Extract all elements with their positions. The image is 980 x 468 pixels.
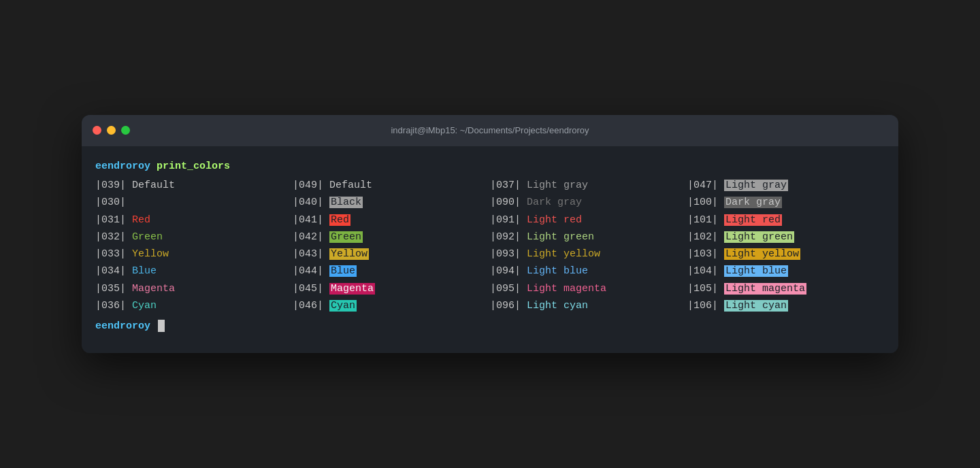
terminal-window: indrajit@iMbp15: ~/Documents/Projects/ee… bbox=[82, 115, 898, 354]
row-034: |034| Blue bbox=[95, 263, 293, 280]
row-041: |041| Red bbox=[293, 212, 490, 229]
titlebar: indrajit@iMbp15: ~/Documents/Projects/ee… bbox=[82, 115, 898, 146]
prompt-name-1: eendroroy bbox=[95, 161, 150, 172]
row-035: |035| Magenta bbox=[95, 280, 293, 297]
prompt-name-2: eendroroy bbox=[95, 320, 150, 332]
prompt-line-1: eendroroy print_colors bbox=[95, 158, 885, 174]
row-106: |106| Light cyan bbox=[687, 297, 885, 314]
row-093: |093| Light yellow bbox=[490, 246, 687, 263]
col3: |037| Light gray |090| Dark gray |091| L… bbox=[490, 177, 687, 314]
traffic-lights bbox=[93, 126, 130, 135]
row-032: |032| Green bbox=[95, 229, 293, 246]
row-101: |101| Light red bbox=[687, 212, 885, 229]
terminal-body[interactable]: eendroroy print_colors |039| Default |03… bbox=[82, 146, 898, 354]
row-104: |104| Light blue bbox=[687, 263, 885, 280]
color-table: |039| Default |030| |031| Red |032| Gree… bbox=[95, 177, 885, 314]
col4: |047| Light gray |100| Dark gray |101| L… bbox=[687, 177, 885, 314]
close-button[interactable] bbox=[93, 126, 101, 135]
row-040: |040| Black bbox=[293, 194, 490, 211]
row-045: |045| Magenta bbox=[293, 280, 490, 297]
prompt-arg-1: print_colors bbox=[157, 161, 230, 172]
row-091: |091| Light red bbox=[490, 212, 687, 229]
row-105: |105| Light magenta bbox=[687, 280, 885, 297]
row-090: |090| Dark gray bbox=[490, 194, 687, 211]
row-100: |100| Dark gray bbox=[687, 194, 885, 211]
row-033: |033| Yellow bbox=[95, 246, 293, 263]
row-037: |037| Light gray bbox=[490, 177, 687, 194]
col1: |039| Default |030| |031| Red |032| Gree… bbox=[95, 177, 293, 314]
minimize-button[interactable] bbox=[107, 126, 116, 135]
row-046: |046| Cyan bbox=[293, 297, 490, 314]
row-103: |103| Light yellow bbox=[687, 246, 885, 263]
row-043: |043| Yellow bbox=[293, 246, 490, 263]
row-031: |031| Red bbox=[95, 212, 293, 229]
window-title: indrajit@iMbp15: ~/Documents/Projects/ee… bbox=[391, 125, 589, 135]
row-044: |044| Blue bbox=[293, 263, 490, 280]
row-092: |092| Light green bbox=[490, 229, 687, 246]
row-047: |047| Light gray bbox=[687, 177, 885, 194]
cursor bbox=[158, 320, 165, 332]
row-036: |036| Cyan bbox=[95, 297, 293, 314]
maximize-button[interactable] bbox=[121, 126, 130, 135]
row-095: |095| Light magenta bbox=[490, 280, 687, 297]
row-039: |039| Default bbox=[95, 177, 293, 194]
col2: |049| Default |040| Black |041| Red |042… bbox=[293, 177, 490, 314]
row-042: |042| Green bbox=[293, 229, 490, 246]
row-094: |094| Light blue bbox=[490, 263, 687, 280]
row-030: |030| bbox=[95, 194, 293, 211]
row-096: |096| Light cyan bbox=[490, 297, 687, 314]
prompt-line-2: eendroroy bbox=[95, 318, 885, 334]
row-049: |049| Default bbox=[293, 177, 490, 194]
row-102: |102| Light green bbox=[687, 229, 885, 246]
